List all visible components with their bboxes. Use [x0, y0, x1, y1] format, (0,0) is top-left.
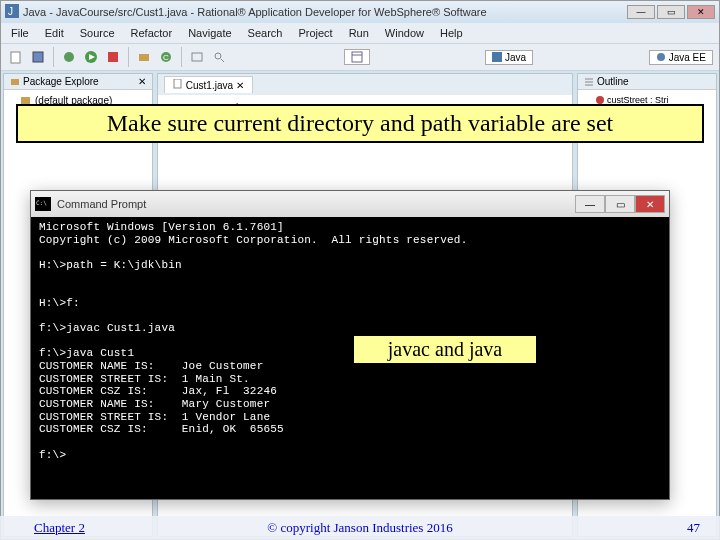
svg-rect-14	[352, 52, 362, 62]
svg-point-4	[64, 52, 74, 62]
open-perspective-button[interactable]	[344, 49, 370, 65]
svg-rect-11	[192, 53, 202, 61]
perspective-javaee[interactable]: Java EE	[649, 50, 713, 65]
toolbar: C Java Java EE	[1, 43, 719, 71]
menu-navigate[interactable]: Navigate	[182, 25, 237, 41]
package-explorer-icon	[10, 77, 20, 87]
menu-source[interactable]: Source	[74, 25, 121, 41]
menu-window[interactable]: Window	[379, 25, 430, 41]
svg-rect-2	[11, 52, 20, 63]
svg-rect-7	[108, 52, 118, 62]
svg-rect-18	[11, 79, 19, 85]
menu-project[interactable]: Project	[292, 25, 338, 41]
separator	[128, 47, 129, 67]
perspective-java[interactable]: Java	[485, 50, 533, 65]
window-icon	[351, 51, 363, 63]
menu-search[interactable]: Search	[242, 25, 289, 41]
minimize-button[interactable]: —	[575, 195, 605, 213]
callout-side: javac and java	[352, 334, 538, 365]
java-perspective-icon	[492, 52, 502, 62]
external-tools-icon[interactable]	[104, 48, 122, 66]
cmd-title: Command Prompt	[57, 198, 575, 210]
editor-tabstrip: Cust1.java ✕	[158, 74, 572, 95]
svg-rect-3	[33, 52, 43, 62]
tab-label: Cust1.java	[186, 80, 233, 91]
java-file-icon	[173, 79, 183, 89]
cmd-icon	[35, 197, 51, 211]
footer-page: 47	[687, 520, 700, 536]
editor-tab[interactable]: Cust1.java ✕	[164, 76, 253, 93]
svg-point-17	[657, 53, 665, 61]
save-icon[interactable]	[29, 48, 47, 66]
svg-text:C: C	[163, 53, 169, 62]
perspective-label: Java EE	[669, 52, 706, 63]
slide-footer: Chapter 2 © copyright Janson Industries …	[0, 516, 720, 540]
callout-main: Make sure current directory and path var…	[16, 104, 704, 143]
menu-file[interactable]: File	[5, 25, 35, 41]
debug-icon[interactable]	[60, 48, 78, 66]
svg-rect-24	[174, 79, 181, 88]
new-class-icon[interactable]: C	[157, 48, 175, 66]
tab-label: Outline	[597, 76, 629, 87]
app-icon: J	[5, 4, 19, 20]
menu-help[interactable]: Help	[434, 25, 469, 41]
run-icon[interactable]	[82, 48, 100, 66]
svg-point-12	[215, 53, 221, 59]
maximize-button[interactable]: ▭	[657, 5, 685, 19]
search-icon[interactable]	[210, 48, 228, 66]
new-icon[interactable]	[7, 48, 25, 66]
menubar: File Edit Source Refactor Navigate Searc…	[1, 23, 719, 43]
separator	[53, 47, 54, 67]
tab-close-icon[interactable]: ✕	[236, 80, 244, 91]
outline-icon	[584, 77, 594, 87]
maximize-button[interactable]: ▭	[605, 195, 635, 213]
svg-rect-19	[21, 97, 30, 104]
minimize-button[interactable]: —	[627, 5, 655, 19]
svg-rect-16	[492, 52, 502, 62]
menu-refactor[interactable]: Refactor	[125, 25, 179, 41]
ide-titlebar: J Java - JavaCourse/src/Cust1.java - Rat…	[1, 1, 719, 23]
svg-text:J: J	[8, 6, 13, 17]
separator	[181, 47, 182, 67]
svg-rect-8	[139, 54, 149, 61]
tab-label: Package Explore	[23, 76, 99, 87]
package-explorer-tab[interactable]: Package Explore ✕	[4, 74, 152, 90]
open-type-icon[interactable]	[188, 48, 206, 66]
new-package-icon[interactable]	[135, 48, 153, 66]
window-controls: — ▭ ✕	[575, 195, 665, 213]
command-prompt-window: Command Prompt — ▭ ✕ Microsoft Windows […	[30, 190, 670, 500]
field-icon	[596, 96, 604, 104]
menu-edit[interactable]: Edit	[39, 25, 70, 41]
outline-tab[interactable]: Outline	[578, 74, 716, 90]
cmd-titlebar: Command Prompt — ▭ ✕	[31, 191, 669, 217]
svg-line-13	[221, 59, 224, 62]
window-title: Java - JavaCourse/src/Cust1.java - Ratio…	[23, 6, 625, 18]
close-button[interactable]: ✕	[635, 195, 665, 213]
perspective-label: Java	[505, 52, 526, 63]
terminal-output[interactable]: Microsoft Windows [Version 6.1.7601] Cop…	[31, 217, 669, 465]
javaee-perspective-icon	[656, 52, 666, 62]
menu-run[interactable]: Run	[343, 25, 375, 41]
tab-close-icon[interactable]: ✕	[138, 76, 146, 87]
close-button[interactable]: ✕	[687, 5, 715, 19]
footer-copyright: © copyright Janson Industries 2016	[0, 520, 720, 536]
